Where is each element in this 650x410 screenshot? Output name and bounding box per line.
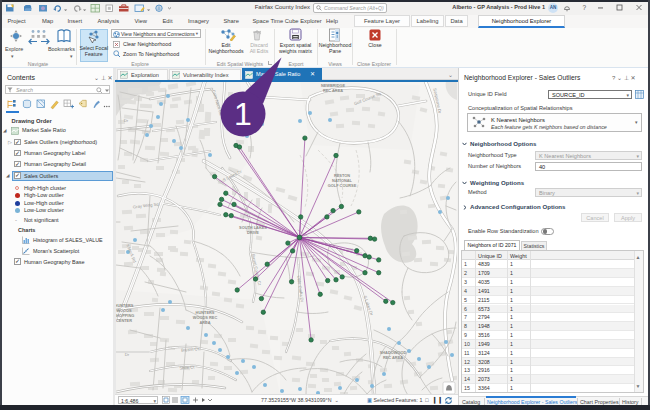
svg-text:REC AREA: REC AREA: [323, 88, 343, 93]
svg-text:GOLF COURSE: GOLF COURSE: [328, 183, 357, 188]
svg-text:DRIVE: DRIVE: [247, 230, 259, 235]
svg-text:?: ?: [583, 4, 587, 11]
svg-text:REC AREA: REC AREA: [383, 355, 403, 360]
svg-text:AREA: AREA: [199, 320, 210, 325]
svg-text:Dr: Dr: [125, 352, 130, 357]
svg-text:Dr: Dr: [124, 118, 129, 123]
svg-text:CENTER: CENTER: [116, 318, 132, 323]
